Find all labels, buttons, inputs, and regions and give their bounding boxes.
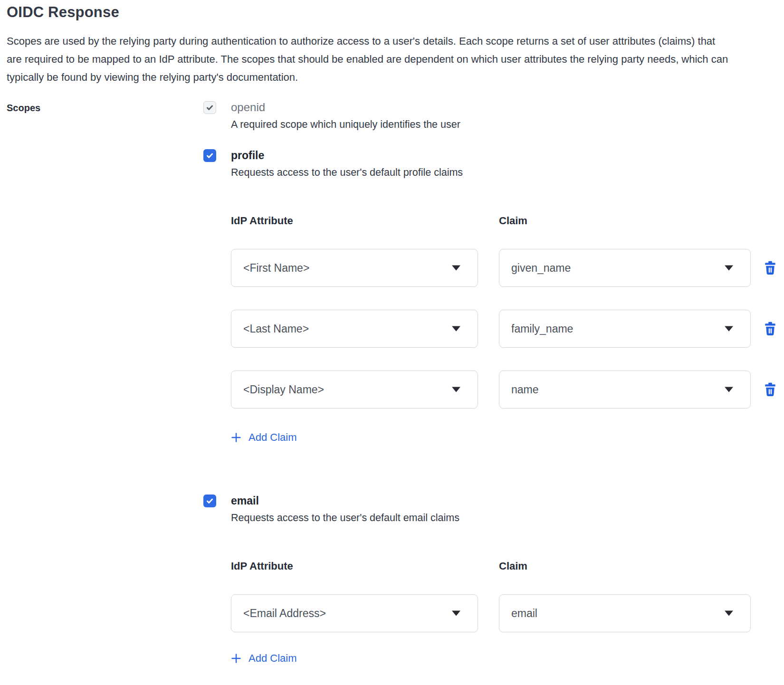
scope-openid-label: openid [231, 101, 777, 114]
scope-openid-body: openid A required scope which uniquely i… [231, 101, 777, 131]
claim-row: <Email Address> email [231, 594, 777, 632]
scope-openid-description: A required scope which uniquely identifi… [231, 119, 777, 131]
dropdown-arrow-icon [725, 611, 733, 616]
profile-claims-table: IdP Attribute Claim <First Name> given_n… [231, 215, 777, 445]
scope-profile-body: profile Requests access to the user's de… [231, 149, 777, 445]
idp-attribute-value: <Last Name> [243, 323, 309, 335]
claim-value: email [511, 607, 537, 620]
delete-claim-button[interactable] [764, 322, 776, 336]
claim-header: Claim [499, 215, 751, 227]
dropdown-arrow-icon [725, 326, 733, 332]
scope-email-label: email [231, 494, 777, 507]
dropdown-arrow-icon [452, 326, 460, 332]
dropdown-arrow-icon [452, 387, 460, 392]
claim-row: <Display Name> name [231, 371, 777, 409]
claim-row: <First Name> given_name [231, 249, 777, 287]
scope-profile-label: profile [231, 149, 777, 162]
page-title: OIDC Response [7, 4, 777, 21]
scope-profile-description: Requests access to the user's default pr… [231, 167, 777, 179]
scope-openid: openid A required scope which uniquely i… [203, 101, 777, 131]
delete-claim-button[interactable] [764, 382, 776, 397]
dropdown-arrow-icon [725, 266, 733, 271]
idp-attribute-select[interactable]: <Last Name> [231, 310, 478, 348]
dropdown-arrow-icon [452, 266, 460, 271]
scope-email: email Requests access to the user's defa… [203, 494, 777, 666]
trash-icon [764, 261, 776, 275]
checkmark-icon [206, 497, 214, 505]
claim-value: family_name [511, 323, 573, 335]
plus-icon [231, 432, 241, 443]
trash-icon [764, 322, 776, 336]
idp-attribute-value: <First Name> [243, 262, 309, 275]
claim-value: name [511, 383, 539, 396]
oidc-response-section: OIDC Response Scopes are used by the rel… [0, 0, 784, 666]
claim-select[interactable]: given_name [499, 249, 751, 287]
scope-email-body: email Requests access to the user's defa… [231, 494, 777, 666]
idp-attribute-select[interactable]: <First Name> [231, 249, 478, 287]
scopes-form-row: Scopes openid A required scope which uni… [7, 101, 777, 666]
add-claim-label: Add Claim [249, 652, 296, 665]
claim-header: Claim [499, 560, 751, 572]
add-claim-button[interactable]: Add Claim [231, 431, 296, 444]
idp-attribute-header: IdP Attribute [231, 215, 478, 227]
add-claim-button[interactable]: Add Claim [231, 652, 296, 665]
checkmark-icon [206, 152, 214, 160]
delete-claim-button[interactable] [764, 261, 776, 275]
claim-select[interactable]: family_name [499, 310, 751, 348]
dropdown-arrow-icon [725, 387, 733, 392]
add-claim-label: Add Claim [249, 431, 296, 444]
openid-checkbox [203, 101, 216, 114]
trash-icon [764, 382, 776, 397]
email-checkbox[interactable] [203, 495, 216, 507]
idp-attribute-header: IdP Attribute [231, 560, 478, 572]
checkmark-icon [206, 104, 214, 112]
scopes-label: Scopes [7, 101, 203, 666]
claim-select[interactable]: name [499, 371, 751, 409]
dropdown-arrow-icon [452, 611, 460, 616]
claim-value: given_name [511, 262, 571, 275]
claim-row: <Last Name> family_name [231, 310, 777, 348]
profile-checkbox[interactable] [203, 149, 216, 162]
idp-attribute-value: <Display Name> [243, 383, 324, 396]
idp-attribute-value: <Email Address> [243, 607, 326, 620]
scope-profile: profile Requests access to the user's de… [203, 149, 777, 445]
claims-table-header: IdP Attribute Claim [231, 215, 777, 227]
scopes-content: openid A required scope which uniquely i… [203, 101, 777, 666]
claims-table-header: IdP Attribute Claim [231, 560, 777, 572]
idp-attribute-select[interactable]: <Email Address> [231, 594, 478, 632]
section-description: Scopes are used by the relying party dur… [7, 32, 733, 86]
idp-attribute-select[interactable]: <Display Name> [231, 371, 478, 409]
plus-icon [231, 653, 241, 664]
scope-email-description: Requests access to the user's default em… [231, 512, 777, 524]
email-claims-table: IdP Attribute Claim <Email Address> emai… [231, 560, 777, 666]
claim-select[interactable]: email [499, 594, 751, 632]
